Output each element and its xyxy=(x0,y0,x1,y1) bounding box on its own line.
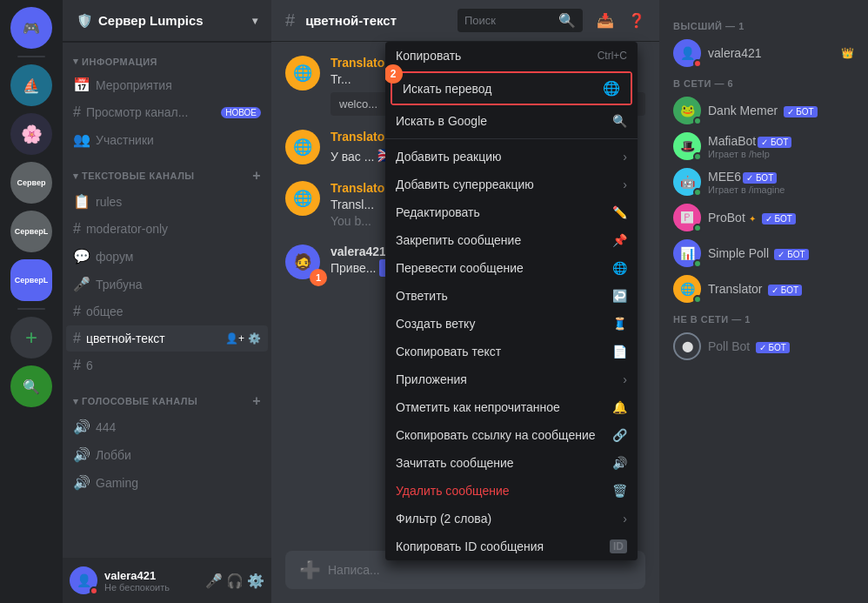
channel-item-forum[interactable]: 💬 форум xyxy=(66,243,268,270)
msg2-author: Translator xyxy=(331,130,390,144)
help-icon[interactable]: ❓ xyxy=(628,12,645,29)
ctx-google[interactable]: Искать в Google 🔍 xyxy=(385,107,638,135)
ctx-read-aloud[interactable]: Зачитать сообщение 🔊 xyxy=(385,449,638,477)
ctx-divider-1 xyxy=(385,138,638,139)
invite-icon[interactable]: 👤+ xyxy=(225,332,244,345)
member-sub-mafia: Играет в /help xyxy=(708,149,791,159)
chat-header: # цветной-текст 🔍 📥 ❓ xyxy=(271,0,659,42)
ctx-apps-label: Приложения xyxy=(396,372,467,386)
category-text[interactable]: ▾ ТЕКСТОВЫЕ КАНАЛЫ + xyxy=(66,154,268,187)
ctx-copy-link-label: Скопировать ссылку на сообщение xyxy=(396,428,596,442)
channel-item-colortext[interactable]: # цветной-текст 👤+ ⚙️ xyxy=(66,325,268,352)
msg2-avatar: 🌐 xyxy=(285,130,320,164)
member-pollbot[interactable]: ⬤ Poll Bot ✓ БОТ xyxy=(666,329,861,364)
server-icon-boat[interactable]: ⛵ xyxy=(10,64,52,106)
translate-msg-icon: 🌐 xyxy=(612,261,627,275)
ctx-copy-id[interactable]: Копировать ID сообщения ID xyxy=(385,533,638,560)
forum-icon: 💬 xyxy=(73,248,90,265)
google-icon: 🔍 xyxy=(612,114,627,128)
server-separator xyxy=(17,56,45,57)
server-icon-1[interactable]: Сервер xyxy=(10,162,52,204)
ctx-apps[interactable]: Приложения › xyxy=(385,365,638,393)
ctx-mark-unread-label: Отметить как непрочитанное xyxy=(396,400,560,414)
pin-icon: 📌 xyxy=(612,233,627,247)
server-icon-add[interactable]: + xyxy=(10,317,52,358)
member-mafiabot[interactable]: 🎩 MafiaBot✓ БОТ Играет в /help xyxy=(666,129,861,164)
attach-icon[interactable]: ➕ xyxy=(299,559,321,580)
channel-item-members[interactable]: 👥 Участники xyxy=(66,126,268,153)
headset-icon[interactable]: 🎧 xyxy=(226,573,244,589)
member-name-simplepoll: Simple Poll xyxy=(708,246,769,260)
member-translator[interactable]: 🌐 Translator ✓ БОТ xyxy=(666,271,861,306)
edit-icon: ✏️ xyxy=(612,205,627,219)
server-header[interactable]: 🛡️ Сервер Lumpics ▾ xyxy=(63,0,271,42)
ctx-copy[interactable]: Копировать Ctrl+C xyxy=(385,42,638,70)
category-info[interactable]: ▾ ИНФОРМАЦИЯ xyxy=(66,42,268,70)
ctx-delete[interactable]: Удалить сообщение 🗑️ xyxy=(385,477,638,505)
category-chevron-icon: ▾ xyxy=(73,56,79,67)
channel-item-moderator[interactable]: # moderator-only xyxy=(66,216,268,242)
gaming-icon: 🔊 xyxy=(73,474,90,491)
member-simplepoll[interactable]: 📊 Simple Poll ✓ БОТ xyxy=(666,236,861,271)
server-icon-discord[interactable]: 🎮 xyxy=(10,7,52,49)
server-icon-active[interactable]: СерверL xyxy=(10,259,52,301)
member-valera421[interactable]: 👤 valera421 👑 xyxy=(666,36,861,70)
member-bot-badge-probot: ✓ БОТ xyxy=(762,213,796,224)
mic-icon[interactable]: 🎤 xyxy=(205,573,223,589)
server-shield-icon: 🛡️ xyxy=(77,13,93,29)
message-input[interactable] xyxy=(328,563,631,577)
channel-item-general[interactable]: # общее xyxy=(66,298,268,325)
search-box[interactable]: 🔍 xyxy=(457,9,583,32)
speaker-icon: 🔊 xyxy=(612,456,627,470)
search-input[interactable] xyxy=(464,14,553,27)
channel-item-gaming[interactable]: 🔊 Gaming xyxy=(66,469,268,496)
settings-icon[interactable]: ⚙️ xyxy=(247,573,264,589)
channel-item-444[interactable]: 🔊 444 xyxy=(66,413,268,440)
current-user-avatar-icon: 👤 xyxy=(77,573,91,587)
member-info-mafia: MafiaBot✓ БОТ Играет в /help xyxy=(708,133,791,159)
ctx-add-reaction[interactable]: Добавить реакцию › xyxy=(385,143,638,171)
ch6-icon: # xyxy=(73,358,81,373)
channel-item-browse[interactable]: # Просмотр канал... НОВОЕ xyxy=(66,99,268,125)
member-status-simplepoll xyxy=(693,259,702,268)
ctx-super-reaction[interactable]: Добавить суперреакцию › xyxy=(385,171,638,198)
add-voice-channel-button[interactable]: + xyxy=(252,393,261,409)
member-probot[interactable]: 🅿 ProBot ✦ ✓ БОТ xyxy=(666,200,861,235)
ctx-edit[interactable]: Редактировать ✏️ xyxy=(385,198,638,226)
ctx-reply[interactable]: Ответить ↩️ xyxy=(385,282,638,310)
ctx-copy-link[interactable]: Скопировать ссылку на сообщение 🔗 xyxy=(385,421,638,449)
lobby-icon: 🔊 xyxy=(73,446,90,463)
ctx-thread[interactable]: Создать ветку 🧵 xyxy=(385,310,638,338)
channel-item-rules[interactable]: 📋 rules xyxy=(66,188,268,215)
ctx-super-reaction-label: Добавить суперреакцию xyxy=(396,178,534,191)
inbox-icon[interactable]: 📥 xyxy=(597,12,614,29)
channel-item-events[interactable]: 📅 Мероприятия xyxy=(66,71,268,98)
member-mee6[interactable]: 🤖 MEE6✓ БОТ Играет в /imagine xyxy=(666,164,861,199)
crown-icon: 👑 xyxy=(841,47,854,59)
server-label-1: Сервер xyxy=(17,178,46,187)
ctx-delete-label: Удалить сообщение xyxy=(396,484,510,498)
member-name-probot: ProBot xyxy=(708,211,745,224)
channel-item-stage[interactable]: 🎤 Трибуна xyxy=(66,271,268,298)
ctx-copy-text[interactable]: Скопировать текст 📄 xyxy=(385,338,638,365)
channel-item-lobby[interactable]: 🔊 Лобби xyxy=(66,441,268,468)
id-icon: ID xyxy=(610,539,627,553)
ctx-pin[interactable]: Закрепить сообщение 📌 xyxy=(385,226,638,254)
ctx-mark-unread[interactable]: Отметить как непрочитанное 🔔 xyxy=(385,393,638,421)
channel-label-rules: rules xyxy=(96,195,122,209)
channel-label-events: Мероприятия xyxy=(96,78,172,92)
server-icon-explore[interactable]: 🔍 xyxy=(10,365,52,407)
category-voice[interactable]: ▾ ГОЛОСОВЫЕ КАНАЛЫ + xyxy=(66,379,268,412)
server-icon-2[interactable]: СерверL xyxy=(10,211,52,252)
server-icon-anime[interactable]: 🌸 xyxy=(10,113,52,155)
add-text-channel-button[interactable]: + xyxy=(252,168,261,184)
server-name: Сервер Lumpics xyxy=(98,13,204,28)
member-avatar-mee6: 🤖 xyxy=(673,168,701,196)
ctx-filter[interactable]: Фильтр (2 слова) › xyxy=(385,505,638,533)
general-icon: # xyxy=(73,304,81,319)
member-dank-memer[interactable]: 🐸 Dank Memer ✓ БОТ xyxy=(666,93,861,128)
channel-item-6[interactable]: # 6 xyxy=(66,352,268,379)
ctx-translate[interactable]: Перевести сообщение 🌐 xyxy=(385,254,638,282)
settings-icon[interactable]: ⚙️ xyxy=(248,332,261,345)
ctx-translate-search[interactable]: Искать перевод 🌐 xyxy=(392,73,631,104)
